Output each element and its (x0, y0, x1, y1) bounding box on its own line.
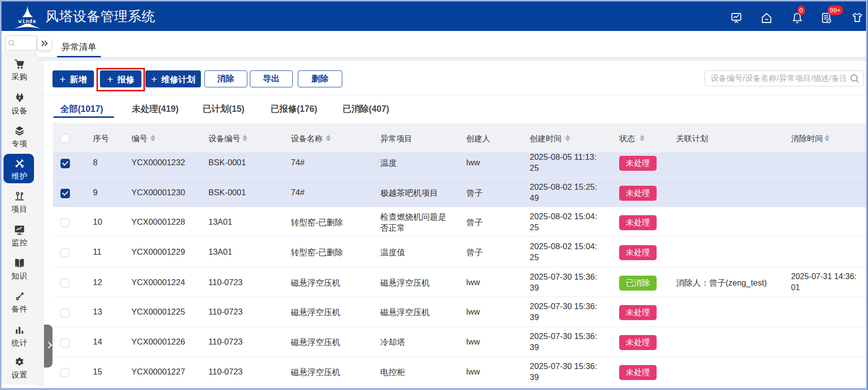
svg-text:winda: winda (18, 19, 36, 24)
